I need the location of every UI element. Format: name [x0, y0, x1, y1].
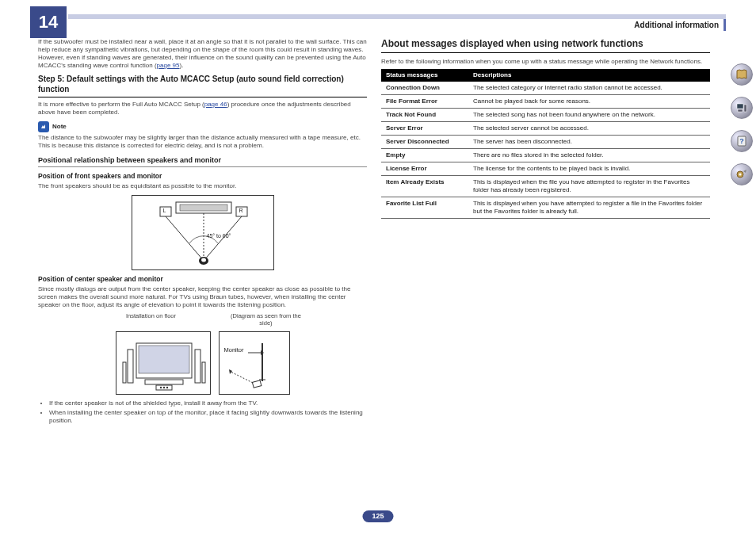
about-title: About messages displayed when using netw…: [381, 38, 710, 53]
svg-rect-10: [139, 346, 189, 373]
svg-point-19: [166, 387, 167, 388]
book-icon[interactable]: [731, 63, 753, 86]
step-title: Step 5: Default settings with the Auto M…: [38, 75, 367, 97]
header-title: Additional information: [634, 19, 726, 31]
cell-desc: The server has been disconnected.: [468, 136, 710, 149]
diag2-monitor: Monitor: [224, 346, 244, 353]
intro-close: ).: [180, 62, 184, 69]
svg-point-18: [162, 387, 164, 388]
caption-a: Installation on floor: [104, 312, 199, 327]
note-row: Note: [38, 121, 367, 132]
right-column: About messages displayed when using netw…: [381, 38, 710, 426]
side-nav: ?: [731, 63, 753, 185]
cell-status: Item Already Exists: [381, 176, 468, 197]
list-item: If the center speaker is not of the shie…: [49, 399, 367, 407]
table-row: Track Not FoundThe selected song has not…: [381, 109, 710, 122]
svg-rect-14: [202, 362, 205, 383]
step-link[interactable]: page 46: [204, 101, 227, 108]
caption-b: (Diagram as seen from the side): [231, 312, 302, 327]
step-body-a: It is more effective to perform the Full…: [38, 101, 204, 108]
front-body: The front speakers should be as equidist…: [38, 182, 367, 190]
cell-desc: This is displayed when you have attempte…: [468, 197, 710, 219]
about-lead: Refer to the following information when …: [381, 58, 710, 66]
table-row: EmptyThere are no files stored in the se…: [381, 149, 710, 162]
cell-desc: The selected song has not been found any…: [468, 109, 710, 122]
svg-point-17: [159, 387, 161, 388]
cell-desc: The selected server cannot be accessed.: [468, 122, 710, 136]
center-diagram-wrap: Monitor: [38, 331, 367, 395]
status-table: Status messages Descriptions Connection …: [381, 69, 710, 219]
help-icon[interactable]: ?: [731, 130, 753, 152]
cell-status: File Format Error: [381, 95, 468, 109]
table-row: Connection DownThe selected category or …: [381, 82, 710, 95]
table-row: Item Already ExistsThis is displayed whe…: [381, 176, 710, 197]
note-icon: [38, 121, 49, 132]
center-diagram-front: [116, 331, 211, 395]
intro-link[interactable]: page 95: [157, 62, 180, 69]
cell-status: License Error: [381, 162, 468, 176]
svg-rect-1: [180, 204, 227, 211]
cell-status: Track Not Found: [381, 109, 468, 122]
note-body: The distance to the subwoofer may be sli…: [38, 134, 367, 150]
intro-span: If the subwoofer must be installed near …: [38, 38, 367, 69]
diag1-angle: 45° to 60°: [207, 233, 231, 240]
header-bar: Additional information: [68, 14, 726, 35]
diag1-L: L: [163, 208, 166, 215]
svg-point-31: [739, 174, 742, 176]
list-item: When installing the center speaker on to…: [49, 409, 367, 425]
front-title: Position of front speakers and monitor: [38, 172, 367, 181]
center-body: Since mostly dialogs are output from the…: [38, 285, 367, 309]
center-diagram-side: Monitor: [219, 331, 290, 395]
intro-text: If the subwoofer must be installed near …: [38, 38, 367, 70]
cell-status: Favorite List Full: [381, 197, 468, 219]
system-icon[interactable]: [731, 97, 753, 119]
svg-rect-22: [252, 380, 261, 388]
svg-line-4: [166, 216, 204, 261]
front-speaker-diagram: L R 45° to 60°: [132, 195, 274, 270]
cell-desc: Cannot be played back for some reasons.: [468, 95, 710, 109]
cell-desc: There are no files stored in the selecte…: [468, 149, 710, 162]
svg-rect-26: [744, 105, 746, 112]
settings-icon[interactable]: [731, 163, 753, 185]
center-title: Position of center speaker and monitor: [38, 275, 367, 284]
svg-rect-15: [145, 380, 183, 384]
chapter-badge: 14: [30, 6, 67, 38]
pos-title: Positional relationship between speakers…: [38, 156, 367, 167]
cell-desc: This is displayed when the file you have…: [468, 176, 710, 197]
cell-desc: The selected category or Internet radio …: [468, 82, 710, 95]
svg-rect-13: [123, 362, 126, 383]
left-column: If the subwoofer must be installed near …: [38, 38, 367, 426]
svg-rect-11: [128, 350, 133, 383]
th-status: Status messages: [381, 69, 468, 82]
svg-rect-27: [738, 109, 743, 112]
page-number: 125: [362, 510, 393, 522]
content-area: If the subwoofer must be installed near …: [0, 35, 756, 426]
svg-text:?: ?: [739, 137, 744, 145]
table-row: File Format ErrorCannot be played back f…: [381, 95, 710, 109]
svg-point-8: [201, 258, 206, 262]
cell-desc: The license for the contents to be playe…: [468, 162, 710, 176]
step-body: It is more effective to perform the Full…: [38, 101, 367, 117]
svg-rect-12: [195, 350, 200, 383]
svg-line-23: [231, 372, 253, 383]
table-row: Server DisconnectedThe server has been d…: [381, 136, 710, 149]
table-row: Server ErrorThe selected server cannot b…: [381, 122, 710, 136]
table-row: License ErrorThe license for the content…: [381, 162, 710, 176]
cell-status: Empty: [381, 149, 468, 162]
th-desc: Descriptions: [468, 69, 710, 82]
cell-status: Server Disconnected: [381, 136, 468, 149]
cell-status: Connection Down: [381, 82, 468, 95]
table-row: Favorite List FullThis is displayed when…: [381, 197, 710, 219]
diag1-R: R: [239, 208, 243, 215]
cell-status: Server Error: [381, 122, 468, 136]
center-bullets: If the center speaker is not of the shie…: [38, 399, 367, 425]
svg-rect-25: [737, 104, 743, 109]
note-label: Note: [52, 123, 67, 131]
